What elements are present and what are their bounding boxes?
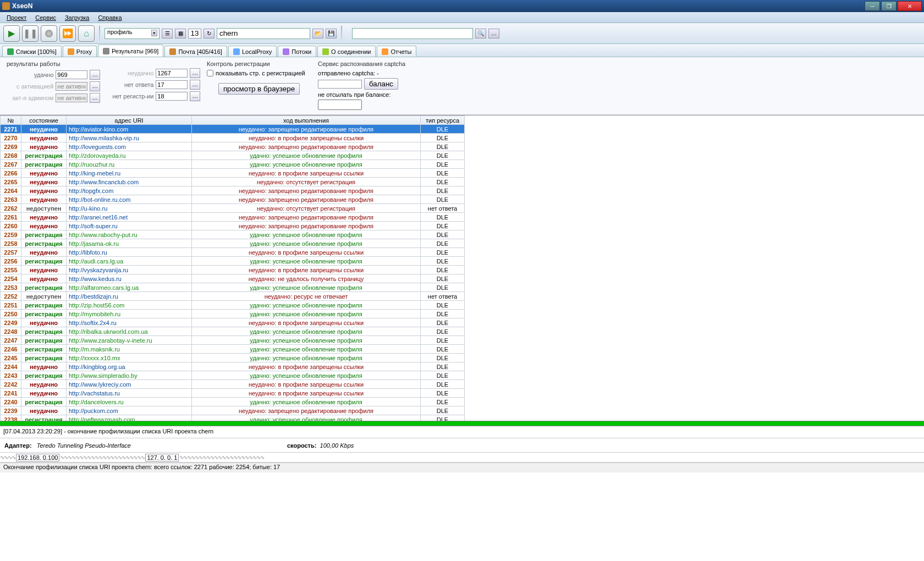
uri-link[interactable]: http://alfaromeo.cars.lg.ua (69, 284, 139, 291)
refresh-icon[interactable]: ↻ (204, 29, 215, 38)
noans-count-input[interactable] (156, 80, 188, 89)
open-icon[interactable]: 📂 (312, 29, 323, 38)
uri-link[interactable]: http://www.zarabotay-v-inete.ru (69, 337, 152, 344)
stop-button[interactable] (41, 25, 57, 42)
bad-count-input[interactable] (156, 69, 188, 78)
uri-link[interactable]: http://zdorovayeda.ru (69, 152, 125, 159)
table-row[interactable]: 2251регистрацияhttp://zip.host56.comудач… (1, 301, 465, 310)
uri-link[interactable]: http://xxxxx.x10.mx (69, 355, 120, 361)
table-row[interactable]: 2261неудачноhttp://aranei.net16.netнеуда… (1, 213, 465, 222)
uri-link[interactable]: http://vyskazyvanija.ru (69, 267, 128, 273)
tab-reports[interactable]: Отчеты (377, 46, 416, 57)
table-row[interactable]: 2265неудачноhttp://www.fincanclub.comнеу… (1, 178, 465, 186)
play-button[interactable]: ▶ (3, 25, 20, 42)
project-name-input[interactable] (217, 28, 310, 39)
tab-mail[interactable]: Почта [405/416] (164, 46, 227, 57)
table-row[interactable]: 2269неудачноhttp://loveguests.comнеудачн… (1, 142, 465, 151)
table-row[interactable]: 2241неудачноhttp://vachstatus.ruнеудачно… (1, 389, 465, 398)
col-uri[interactable]: адрес URI (67, 116, 192, 125)
col-resource[interactable]: тип ресурса (421, 116, 465, 125)
uri-link[interactable]: http://bot-online.ru.com (69, 196, 131, 203)
uri-link[interactable]: http://soft-super.ru (69, 223, 118, 229)
fastforward-button[interactable]: ⏩ (59, 25, 76, 42)
toolbar-icon-2[interactable]: ▦ (175, 29, 186, 38)
uri-link[interactable]: http://topgfx.com (69, 188, 113, 194)
uri-link[interactable]: http://www.simpleradio.by (69, 372, 138, 379)
balance-button[interactable]: баланс (364, 78, 398, 90)
noans-more-button[interactable]: … (190, 80, 200, 90)
uri-link[interactable]: http://libfoto.ru (69, 249, 107, 256)
uri-link[interactable]: http://vachstatus.ru (69, 390, 120, 397)
table-row[interactable]: 2249неудачноhttp://softix.2x4.ruнеудачно… (1, 318, 465, 327)
uri-link[interactable]: http://softix.2x4.ru (69, 320, 117, 326)
table-row[interactable]: 2244неудачноhttp://kingblog.org.uaнеудач… (1, 362, 465, 371)
table-row[interactable]: 2252недоступенhttp://bestdizajn.ruнеудач… (1, 292, 465, 301)
table-row[interactable]: 2254неудачноhttp://www.kedus.ruнеудачно:… (1, 274, 465, 283)
table-row[interactable]: 2246регистрацияhttp://m.maksnik.ruудачно… (1, 345, 465, 354)
tab-results[interactable]: Результаты [969] (98, 45, 163, 57)
uri-link[interactable]: http://kingblog.org.ua (69, 364, 125, 370)
captcha-balance-input[interactable] (318, 80, 362, 89)
uri-link[interactable]: http://dancelovers.ru (69, 399, 124, 405)
act-more-button[interactable]: … (90, 81, 100, 91)
table-row[interactable]: 2245регистрацияhttp://xxxxx.x10.mxудачно… (1, 354, 465, 362)
menu-help[interactable]: Справка (94, 13, 126, 22)
table-row[interactable]: 2239неудачноhttp://puckom.comнеудачно: з… (1, 406, 465, 415)
uri-link[interactable]: http://zip.host56.com (69, 302, 125, 309)
num-input[interactable] (188, 29, 201, 38)
uri-link[interactable]: http://loveguests.com (69, 144, 126, 150)
table-row[interactable]: 2248регистрацияhttp://ribalka.ukrworld.c… (1, 327, 465, 336)
bad-more-button[interactable]: … (190, 68, 200, 78)
uri-link[interactable]: http://ruouzhur.ru (69, 161, 114, 168)
uri-link[interactable]: http://aviator-kino.com (69, 126, 128, 133)
table-row[interactable]: 2255неудачноhttp://vyskazyvanija.ruнеуда… (1, 266, 465, 274)
uri-link[interactable]: http://audi.cars.lg.ua (69, 258, 123, 265)
uri-link[interactable]: http://m.maksnik.ru (69, 346, 120, 353)
col-progress[interactable]: ход выполнения (192, 116, 421, 125)
tab-threads[interactable]: Потоки (278, 46, 316, 57)
table-row[interactable]: 2253регистрацияhttp://alfaromeo.cars.lg.… (1, 283, 465, 292)
home-button[interactable]: ⌂ (78, 25, 95, 42)
table-row[interactable]: 2262недоступенhttp://u-kino.ruнеудачно: … (1, 204, 465, 213)
toolbar-icon-1[interactable]: ☰ (162, 29, 173, 38)
col-num[interactable]: № (1, 116, 21, 125)
show-reg-checkbox[interactable] (207, 70, 213, 76)
uri-link[interactable]: http://www.lykreciy.com (69, 381, 131, 388)
uri-link[interactable]: http://bestdizajn.ru (69, 293, 118, 300)
menu-download[interactable]: Загрузка (61, 13, 94, 22)
maximize-button[interactable]: ❐ (881, 1, 897, 11)
ok-more-button[interactable]: … (90, 70, 100, 80)
table-row[interactable]: 2240регистрацияhttp://dancelovers.ruудач… (1, 398, 465, 406)
results-table-scroll[interactable]: № состояние адрес URI ход выполнения тип… (0, 115, 924, 421)
view-browser-button[interactable]: просмотр в браузере (218, 83, 300, 95)
uri-link[interactable]: http://jasama-ok.ru (69, 240, 119, 247)
tab-lists[interactable]: Списки [100%] (2, 46, 62, 57)
uri-link[interactable]: http://ribalka.ukrworld.com.ua (69, 328, 148, 335)
tab-connection[interactable]: О соединении (317, 46, 376, 57)
table-row[interactable]: 2243регистрацияhttp://www.simpleradio.by… (1, 371, 465, 380)
uri-link[interactable]: http://puckom.com (69, 408, 118, 414)
noreg-count-input[interactable] (156, 92, 188, 101)
menu-service[interactable]: Сервис (31, 13, 61, 22)
adm-more-button[interactable]: … (90, 93, 100, 103)
col-state[interactable]: состояние (21, 116, 67, 125)
table-row[interactable]: 2242неудачноhttp://www.lykreciy.comнеуда… (1, 380, 465, 389)
table-row[interactable]: 2238регистрацияhttp://neftegazmash.comуд… (1, 415, 465, 421)
noreg-more-button[interactable]: … (190, 91, 200, 101)
uri-link[interactable]: http://www.kedus.ru (69, 276, 122, 282)
search-more-icon[interactable]: … (488, 29, 499, 38)
uri-link[interactable]: http://u-kino.ru (69, 205, 107, 212)
table-row[interactable]: 2270неудачноhttp://www.milashka-vip.ruне… (1, 134, 465, 142)
uri-link[interactable]: http://neftegazmash.com (69, 416, 135, 421)
table-row[interactable]: 2257неудачноhttp://libfoto.ruнеудачно: в… (1, 248, 465, 257)
table-row[interactable]: 2264неудачноhttp://topgfx.comнеудачно: з… (1, 186, 465, 195)
table-row[interactable]: 2271неудачноhttp://aviator-kino.comнеуда… (1, 125, 465, 134)
uri-link[interactable]: http://mymobiteh.ru (69, 311, 120, 317)
minimize-button[interactable]: ─ (865, 1, 880, 11)
uri-link[interactable]: http://king-mebel.ru (69, 170, 120, 177)
table-row[interactable]: 2260неудачноhttp://soft-super.ruнеудачно… (1, 222, 465, 230)
table-row[interactable]: 2266неудачноhttp://king-mebel.ruнеудачно… (1, 169, 465, 178)
close-button[interactable]: ✕ (898, 1, 922, 11)
table-row[interactable]: 2258регистрацияhttp://jasama-ok.ruудачно… (1, 239, 465, 248)
tab-localproxy[interactable]: LocalProxy (228, 46, 277, 57)
